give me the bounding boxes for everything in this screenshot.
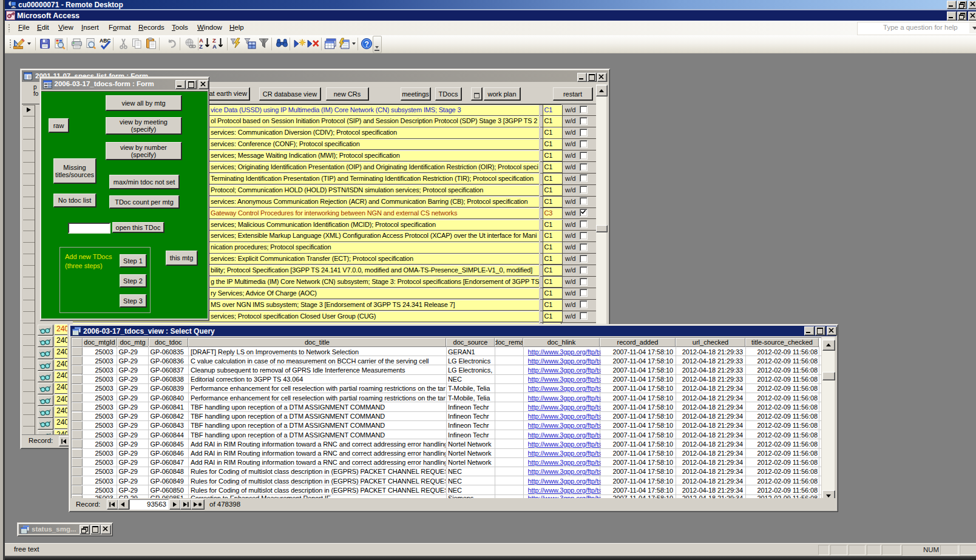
svg-text:A: A bbox=[212, 43, 217, 50]
svg-text:Z: Z bbox=[199, 43, 203, 50]
svg-text:?: ? bbox=[365, 40, 369, 49]
